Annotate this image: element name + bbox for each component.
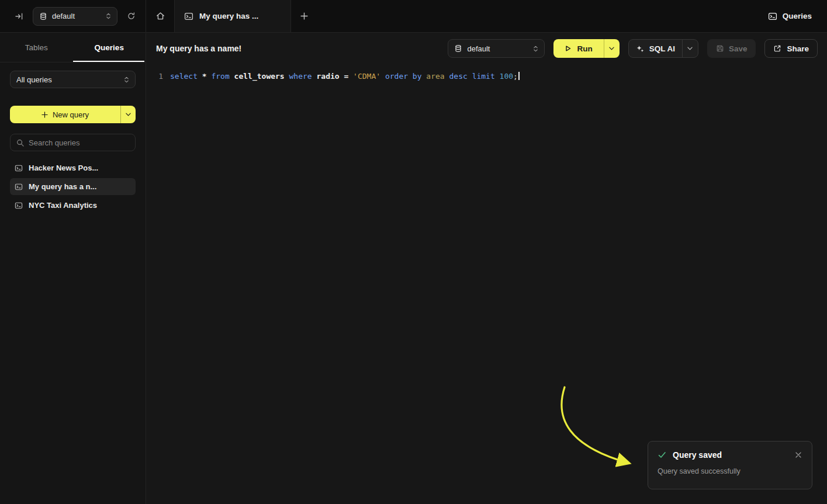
queries-panel-label: Queries: [783, 12, 812, 20]
run-label: Run: [577, 44, 592, 53]
sidebar-tabs: Tables Queries: [0, 33, 146, 62]
query-list-item-label: Hacker News Pos...: [29, 164, 98, 172]
share-icon: [773, 44, 781, 53]
chevron-updown-icon: [124, 76, 129, 84]
run-split-button: Run: [553, 39, 619, 58]
plus-icon: [300, 12, 308, 20]
home-tab[interactable]: [146, 0, 174, 32]
search-icon: [16, 139, 24, 147]
collapse-sidebar-icon: [15, 12, 24, 21]
sql-token: desc limit: [449, 72, 500, 81]
tab-queries-label: Queries: [95, 43, 124, 52]
sql-editor[interactable]: 1 select * from cell_towers where radio …: [147, 64, 827, 82]
database-icon: [454, 44, 462, 53]
sql-token: order by: [385, 72, 426, 81]
sql-ai-label: SQL AI: [649, 44, 675, 53]
save-label: Save: [729, 44, 748, 53]
save-button[interactable]: Save: [707, 39, 756, 58]
topbar-database-selector[interactable]: default: [33, 7, 117, 26]
check-icon: [658, 450, 667, 460]
chevron-down-icon: [609, 47, 614, 50]
queries-filter-select[interactable]: All queries: [10, 71, 136, 88]
new-query-label: New query: [53, 110, 89, 119]
sql-ai-options-button[interactable]: [683, 47, 698, 50]
new-query-split-button: New query: [10, 106, 136, 123]
sql-token: 100: [500, 72, 513, 81]
tab-queries[interactable]: Queries: [73, 33, 146, 62]
plus-icon: [41, 112, 48, 118]
close-icon: [795, 452, 801, 458]
code-line[interactable]: select * from cell_towers where radio = …: [163, 71, 520, 82]
topbar: default My query has ...: [0, 0, 827, 33]
refresh-icon: [127, 12, 136, 20]
main-area: My query has a name! default Run: [147, 33, 827, 504]
page-title: My query has a name!: [156, 44, 241, 53]
toast-query-saved: Query saved Query saved successfully: [648, 441, 812, 489]
tab-tables[interactable]: Tables: [0, 33, 73, 62]
query-tab[interactable]: My query has ...: [174, 0, 291, 32]
query-header: My query has a name! default Run: [147, 33, 827, 64]
search-queries-input[interactable]: [29, 138, 132, 147]
query-database-selector[interactable]: default: [448, 39, 545, 58]
sql-token: cell_towers: [234, 72, 289, 81]
chevron-updown-icon: [106, 12, 111, 20]
sql-token: area: [426, 72, 449, 81]
query-list-item-label: NYC Taxi Analytics: [29, 201, 97, 210]
search-queries-box: [10, 134, 136, 151]
share-label: Share: [787, 44, 809, 53]
toast-title: Query saved: [673, 450, 722, 460]
save-icon: [716, 44, 724, 53]
chevron-down-icon: [126, 113, 131, 116]
database-icon: [39, 12, 47, 20]
collapse-sidebar-button[interactable]: [11, 8, 28, 25]
run-button[interactable]: Run: [553, 39, 603, 58]
query-list-item[interactable]: Hacker News Pos...: [10, 159, 136, 176]
new-query-options-button[interactable]: [121, 106, 136, 123]
query-icon: [15, 183, 23, 191]
sql-token: radio: [316, 72, 344, 81]
play-icon: [565, 45, 572, 52]
query-database-value: default: [467, 44, 490, 53]
chevron-updown-icon: [533, 45, 538, 53]
sql-token: where: [289, 72, 317, 81]
run-options-button[interactable]: [604, 39, 620, 58]
topbar-left-section: default: [0, 0, 146, 32]
new-tab-button[interactable]: [291, 0, 317, 32]
sql-token: =: [344, 72, 353, 81]
toast-close-button[interactable]: [794, 451, 802, 459]
home-icon: [155, 11, 165, 21]
sql-ai-button[interactable]: SQL AI: [629, 44, 682, 53]
query-list-item[interactable]: My query has a n...: [10, 178, 136, 195]
query-icon: [15, 201, 23, 210]
sql-token: 'CDMA': [353, 72, 385, 81]
query-list-item[interactable]: NYC Taxi Analytics: [10, 197, 136, 214]
refresh-button[interactable]: [122, 8, 140, 25]
sidebar-body: All queries New query: [0, 62, 146, 222]
topbar-database-value: default: [52, 12, 75, 20]
sql-token: from: [211, 72, 234, 81]
share-button[interactable]: Share: [764, 39, 818, 58]
queries-icon: [768, 12, 777, 21]
query-list-item-label: My query has a n...: [29, 182, 96, 191]
sparkle-icon: [636, 44, 645, 53]
query-icon: [15, 164, 23, 172]
sql-token: ;: [513, 72, 518, 81]
sidebar: Tables Queries All queries New query: [0, 33, 146, 504]
sql-ai-split-button: SQL AI: [628, 39, 698, 58]
toast-message: Query saved successfully: [658, 467, 802, 475]
tab-tables-label: Tables: [25, 43, 48, 52]
sql-token: select: [170, 72, 202, 81]
text-cursor: [518, 72, 520, 80]
queries-filter-value: All queries: [16, 75, 52, 84]
editor-tabs: My query has ...: [146, 0, 317, 32]
queries-panel-toggle[interactable]: Queries: [768, 0, 827, 32]
query-tab-label: My query has ...: [199, 12, 258, 20]
chevron-down-icon: [687, 47, 693, 50]
line-number: 1: [147, 71, 163, 82]
query-icon: [184, 12, 193, 21]
new-query-button[interactable]: New query: [10, 106, 120, 123]
sql-token: *: [202, 72, 212, 81]
toast-header: Query saved: [658, 450, 802, 460]
saved-queries-list: Hacker News Pos... My query has a n... N…: [10, 159, 136, 214]
